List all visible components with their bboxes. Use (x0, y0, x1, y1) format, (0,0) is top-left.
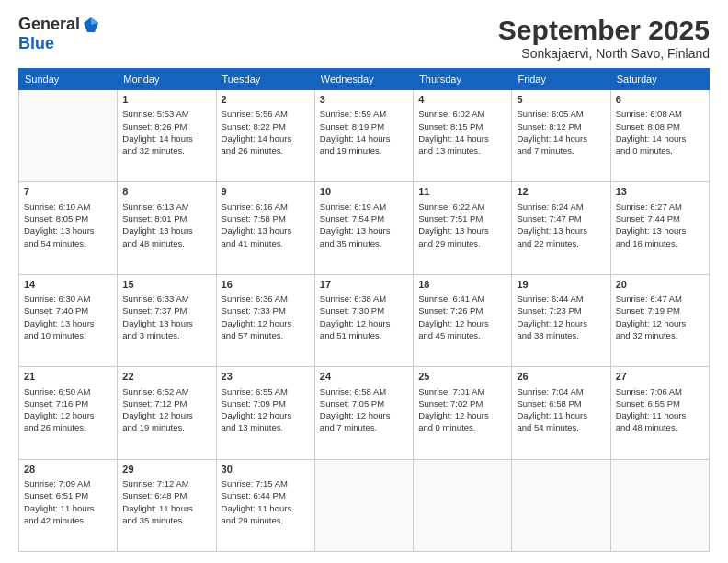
table-row: 16Sunrise: 6:36 AMSunset: 7:33 PMDayligh… (216, 274, 314, 366)
table-row: 10Sunrise: 6:19 AMSunset: 7:54 PMDayligh… (314, 182, 413, 274)
day-info: Sunrise: 5:53 AM (122, 108, 210, 120)
day-info: Sunrise: 6:24 AM (517, 201, 605, 213)
day-info: Daylight: 12 hours (222, 317, 310, 329)
day-info: and 7 minutes. (517, 144, 605, 156)
day-info: and 19 minutes. (122, 421, 210, 433)
day-info: and 48 minutes. (616, 421, 704, 433)
day-number: 23 (222, 370, 310, 384)
table-row: 8Sunrise: 6:13 AMSunset: 8:01 PMDaylight… (118, 182, 216, 274)
day-info: Daylight: 11 hours (517, 409, 605, 421)
table-row: 5Sunrise: 6:05 AMSunset: 8:12 PMDaylight… (512, 90, 610, 182)
day-info: Daylight: 12 hours (517, 317, 605, 329)
day-info: Daylight: 13 hours (122, 317, 210, 329)
calendar-week-row: 14Sunrise: 6:30 AMSunset: 7:40 PMDayligh… (19, 274, 710, 366)
day-info: and 45 minutes. (418, 329, 506, 341)
day-info: Daylight: 13 hours (517, 224, 605, 236)
header: General Blue September 2025 Sonkajaervi,… (18, 15, 710, 61)
calendar-week-row: 28Sunrise: 7:09 AMSunset: 6:51 PMDayligh… (19, 459, 710, 551)
month-title: September 2025 (498, 15, 710, 46)
day-number: 17 (320, 278, 408, 292)
day-number: 1 (122, 93, 210, 107)
day-info: and 29 minutes. (418, 237, 506, 249)
day-info: and 26 minutes. (24, 421, 112, 433)
day-info: Sunrise: 6:19 AM (320, 201, 408, 213)
day-number: 2 (222, 93, 310, 107)
table-row: 27Sunrise: 7:06 AMSunset: 6:55 PMDayligh… (610, 367, 709, 459)
day-info: Daylight: 12 hours (418, 317, 506, 329)
day-info: Daylight: 12 hours (320, 317, 408, 329)
header-thursday: Thursday (414, 69, 512, 90)
table-row (314, 459, 413, 551)
day-info: Sunrise: 7:01 AM (418, 385, 506, 397)
day-info: Sunset: 7:30 PM (320, 304, 408, 316)
logo: General Blue (18, 15, 100, 53)
day-number: 3 (320, 93, 408, 107)
day-info: and 0 minutes. (418, 421, 506, 433)
day-info: and 51 minutes. (320, 329, 408, 341)
table-row: 4Sunrise: 6:02 AMSunset: 8:15 PMDaylight… (414, 90, 512, 182)
calendar-header-row: Sunday Monday Tuesday Wednesday Thursday… (19, 69, 710, 90)
day-info: and 57 minutes. (222, 329, 310, 341)
title-block: September 2025 Sonkajaervi, North Savo, … (498, 15, 710, 61)
day-info: Sunset: 8:26 PM (122, 121, 210, 132)
day-info: Sunrise: 6:47 AM (616, 293, 704, 304)
day-info: Sunset: 8:01 PM (122, 213, 210, 224)
day-info: Sunrise: 7:09 AM (24, 477, 112, 489)
day-info: Sunset: 6:48 PM (122, 489, 210, 501)
table-row: 24Sunrise: 6:58 AMSunset: 7:05 PMDayligh… (314, 367, 413, 459)
day-info: and 29 minutes. (222, 514, 310, 526)
day-info: Sunset: 8:22 PM (222, 121, 310, 132)
day-info: Sunset: 8:19 PM (320, 121, 408, 132)
day-info: Sunrise: 7:04 AM (517, 385, 605, 397)
location-title: Sonkajaervi, North Savo, Finland (498, 46, 710, 61)
day-info: and 13 minutes. (222, 421, 310, 433)
logo-icon (82, 16, 100, 34)
day-info: Daylight: 13 hours (320, 224, 408, 236)
day-info: and 54 minutes. (24, 237, 112, 249)
day-info: and 35 minutes. (320, 237, 408, 249)
day-number: 15 (122, 278, 210, 292)
calendar-week-row: 1Sunrise: 5:53 AMSunset: 8:26 PMDaylight… (19, 90, 710, 182)
day-info: Sunset: 7:09 PM (222, 397, 310, 409)
day-info: Sunrise: 6:58 AM (320, 385, 408, 397)
day-info: Sunset: 7:26 PM (418, 304, 506, 316)
table-row: 30Sunrise: 7:15 AMSunset: 6:44 PMDayligh… (216, 459, 314, 551)
table-row: 7Sunrise: 6:10 AMSunset: 8:05 PMDaylight… (19, 182, 118, 274)
table-row: 12Sunrise: 6:24 AMSunset: 7:47 PMDayligh… (512, 182, 610, 274)
day-info: Daylight: 12 hours (418, 409, 506, 421)
day-info: and 35 minutes. (122, 514, 210, 526)
header-friday: Friday (512, 69, 610, 90)
day-info: Sunset: 7:12 PM (122, 397, 210, 409)
day-number: 18 (418, 278, 506, 292)
day-info: Sunrise: 6:50 AM (24, 385, 112, 397)
day-number: 26 (517, 370, 605, 384)
day-info: Sunrise: 6:41 AM (418, 293, 506, 304)
day-number: 10 (320, 185, 408, 199)
day-info: Sunrise: 6:36 AM (222, 293, 310, 304)
day-info: and 13 minutes. (418, 144, 506, 156)
day-info: Daylight: 13 hours (122, 224, 210, 236)
day-info: Sunrise: 6:08 AM (616, 108, 704, 120)
day-number: 11 (418, 185, 506, 199)
day-info: Sunrise: 6:33 AM (122, 293, 210, 304)
header-monday: Monday (118, 69, 216, 90)
table-row: 9Sunrise: 6:16 AMSunset: 7:58 PMDaylight… (216, 182, 314, 274)
table-row: 19Sunrise: 6:44 AMSunset: 7:23 PMDayligh… (512, 274, 610, 366)
day-info: and 41 minutes. (222, 237, 310, 249)
day-info: Daylight: 12 hours (24, 409, 112, 421)
day-number: 12 (517, 185, 605, 199)
day-number: 14 (24, 278, 112, 292)
day-number: 6 (616, 93, 704, 107)
day-info: Sunset: 7:05 PM (320, 397, 408, 409)
day-info: Sunrise: 6:05 AM (517, 108, 605, 120)
day-info: Sunrise: 6:10 AM (24, 201, 112, 213)
day-info: and 0 minutes. (616, 144, 704, 156)
table-row: 20Sunrise: 6:47 AMSunset: 7:19 PMDayligh… (610, 274, 709, 366)
day-info: and 42 minutes. (24, 514, 112, 526)
day-info: and 54 minutes. (517, 421, 605, 433)
day-info: Sunrise: 6:22 AM (418, 201, 506, 213)
logo-blue-text: Blue (18, 34, 54, 52)
day-info: Daylight: 11 hours (122, 502, 210, 514)
day-info: Daylight: 13 hours (616, 224, 704, 236)
day-number: 29 (122, 463, 210, 477)
